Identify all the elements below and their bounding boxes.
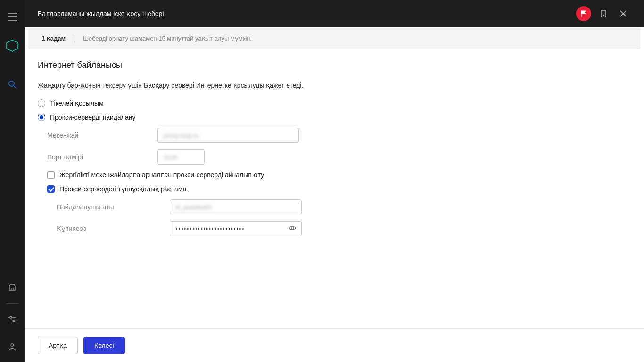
port-label: Порт нөмірі <box>47 153 157 161</box>
field-password: Құпиясөз ••••••••••••••••••••••••• <box>47 221 631 236</box>
step-bar: 1 қадам Шеберді орнату шамамен 15 минутт… <box>28 28 640 49</box>
svg-point-3 <box>10 316 12 318</box>
auth-fields: Пайдаланушы аты kl_autotest01 Құпиясөз •… <box>38 199 631 236</box>
svg-point-4 <box>13 320 15 322</box>
checkbox-label: Жергілікті мекенжайларға арналған прокси… <box>59 171 264 179</box>
field-username: Пайдаланушы аты kl_autotest01 <box>47 199 631 214</box>
step-label: 1 қадам <box>41 35 66 42</box>
checkbox-icon <box>47 185 55 193</box>
radio-direct-connection[interactable]: Тікелей қосылым <box>38 99 631 107</box>
hamburger-menu-icon[interactable] <box>8 13 17 21</box>
feedback-flag-button[interactable] <box>576 6 591 21</box>
section-heading: Интернет байланысы <box>38 60 631 70</box>
close-icon[interactable] <box>616 6 631 21</box>
radio-label: Прокси-серверді пайдалану <box>50 114 136 121</box>
app-left-rail <box>0 0 25 362</box>
svg-marker-0 <box>7 40 18 51</box>
app-logo-icon <box>6 40 18 52</box>
radio-icon <box>38 114 45 121</box>
step-divider <box>74 34 74 43</box>
modal-header: Бағдарламаны жылдам іске қосу шебері <box>25 0 644 27</box>
field-address: Мекенжай proxy.corp.ru <box>38 128 631 143</box>
radio-icon <box>38 99 45 107</box>
checkbox-icon <box>47 171 55 179</box>
field-port: Порт нөмірі 3128 <box>38 149 631 165</box>
svg-point-1 <box>9 81 14 86</box>
password-label: Құпиясөз <box>57 225 170 232</box>
radio-label: Тікелей қосылым <box>50 99 104 107</box>
address-label: Мекенжай <box>47 132 157 139</box>
svg-line-2 <box>14 86 16 88</box>
marketplace-icon[interactable] <box>8 283 17 292</box>
checkbox-bypass-local[interactable]: Жергілікті мекенжайларға арналған прокси… <box>38 171 631 179</box>
next-button[interactable]: Келесі <box>83 337 125 354</box>
search-icon[interactable] <box>8 80 17 89</box>
toggle-password-visibility-icon[interactable] <box>288 224 297 234</box>
checkbox-label: Прокси-сервердегі түпнұсқалық растама <box>59 185 186 193</box>
username-input[interactable]: kl_autotest01 <box>170 199 302 214</box>
back-button[interactable]: Артқа <box>38 337 78 354</box>
radio-use-proxy[interactable]: Прокси-серверді пайдалану <box>38 114 631 121</box>
step-description: Шеберді орнату шамамен 15 минуттай уақыт… <box>83 35 252 42</box>
checkbox-proxy-auth[interactable]: Прокси-сервердегі түпнұсқалық растама <box>38 185 631 193</box>
wizard-modal: Бағдарламаны жылдам іске қосу шебері 1 қ… <box>25 0 644 362</box>
section-intro: Жаңарту бар-жоғын тексеру үшін Басқару с… <box>38 82 631 89</box>
modal-title: Бағдарламаны жылдам іске қосу шебері <box>38 10 571 17</box>
rail-divider <box>6 303 18 304</box>
svg-point-6 <box>291 227 294 229</box>
password-input[interactable]: ••••••••••••••••••••••••• <box>170 221 302 236</box>
wizard-footer: Артқа Келесі <box>25 328 644 362</box>
svg-point-5 <box>11 344 14 346</box>
bookmark-icon[interactable] <box>596 6 611 21</box>
wizard-content: Интернет байланысы Жаңарту бар-жоғын тек… <box>25 49 644 328</box>
account-icon[interactable] <box>8 342 17 351</box>
settings-sliders-icon[interactable] <box>8 315 17 323</box>
port-input[interactable]: 3128 <box>157 149 205 165</box>
address-input[interactable]: proxy.corp.ru <box>157 128 299 143</box>
username-label: Пайдаланушы аты <box>57 203 170 211</box>
